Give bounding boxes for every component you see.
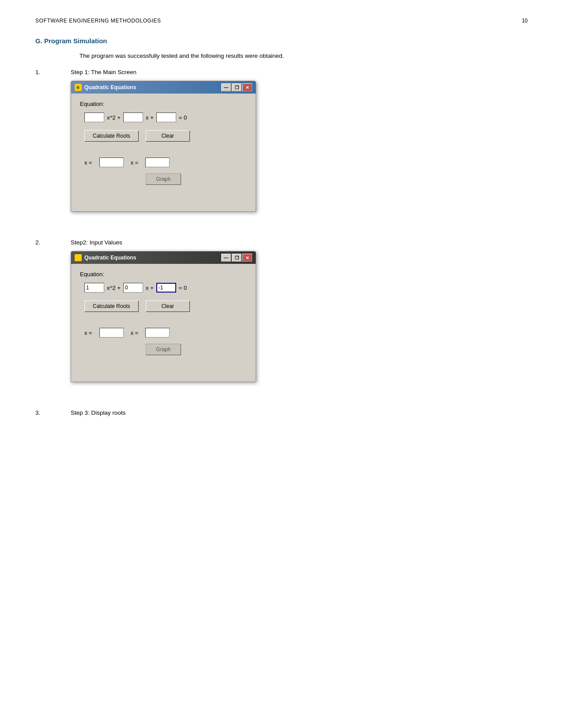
restore-button-2[interactable]: ❐	[232, 254, 242, 262]
step-1-content: Step 1: The Main Screen ⊞ Quadratic Equa…	[71, 69, 256, 229]
restore-button[interactable]: ❐	[232, 83, 242, 91]
dialog-step2: Quadratic Equations — ❐ ✕ Equation: x^2 …	[71, 251, 256, 382]
header-page-number: 10	[522, 18, 528, 24]
step-1-label: Step 1: The Main Screen	[71, 69, 256, 75]
x1-label-2: x =	[84, 330, 92, 336]
intro-text: The program was successfully tested and …	[79, 53, 528, 59]
step-3-number: 3.	[35, 409, 71, 416]
xplus-text-2: x +	[146, 285, 154, 291]
xplus-text-1: x +	[146, 114, 154, 121]
equation-label-1: Equation:	[80, 101, 247, 107]
dialog-step1: ⊞ Quadratic Equations — ❐ ✕ Equation: x^…	[71, 81, 256, 212]
result-row-1: x = x =	[84, 158, 247, 167]
dialog2-title: Quadratic Equations	[84, 255, 136, 261]
bottom-spacer-1	[80, 189, 247, 203]
graph-button-2[interactable]: Graph	[146, 344, 181, 355]
step-3-item: 3. Step 3: Display roots	[35, 409, 528, 421]
graph-btn-row-2: Graph	[80, 344, 247, 355]
titlebar-buttons-2: — ❐ ✕	[221, 254, 252, 262]
equals-text-2: = 0	[179, 285, 187, 291]
x1-label-1: x =	[84, 159, 92, 166]
equation-row-2: x^2 + x + = 0	[84, 283, 247, 293]
calculate-roots-button-2[interactable]: Calculate Roots	[84, 300, 139, 312]
graph-button-1[interactable]: Graph	[146, 173, 181, 185]
title-icon: ⊞	[75, 84, 82, 91]
x1-result-1[interactable]	[99, 158, 124, 167]
xsquared-text-2: x^2 +	[107, 285, 121, 291]
minimize-button-2[interactable]: —	[221, 254, 231, 262]
equals-text-1: = 0	[179, 114, 187, 121]
bottom-spacer-2	[80, 360, 247, 373]
x2-result-1[interactable]	[145, 158, 170, 167]
titlebar-left: ⊞ Quadratic Equations	[75, 84, 136, 91]
xsquared-text-1: x^2 +	[107, 114, 121, 121]
titlebar-step2: Quadratic Equations — ❐ ✕	[71, 251, 256, 264]
step-2-item: 2. Step2: Input Values Quadratic Equatio…	[35, 239, 528, 400]
titlebar-buttons: — ❐ ✕	[221, 83, 252, 91]
coeff-b-input-2[interactable]	[123, 283, 143, 293]
coeff-c-input-2[interactable]	[156, 283, 176, 293]
clear-button-2[interactable]: Clear	[146, 300, 190, 312]
equation-label-2: Equation:	[80, 271, 247, 278]
step-3-content: Step 3: Display roots	[71, 409, 126, 421]
step-2-content: Step2: Input Values Quadratic Equations …	[71, 239, 256, 400]
equation-row-1: x^2 + x + = 0	[84, 113, 247, 122]
dialog2-body: Equation: x^2 + x + = 0 Calculate Roots …	[71, 264, 256, 382]
dialog1-title: Quadratic Equations	[84, 84, 136, 90]
x2-label-1: x =	[131, 159, 139, 166]
titlebar-step1: ⊞ Quadratic Equations — ❐ ✕	[71, 81, 256, 94]
page-header: SOFTWARE ENGINEERING METHODOLOGIES 10	[35, 18, 528, 24]
x1-result-2[interactable]	[99, 328, 124, 338]
coeff-b-input-1[interactable]	[123, 113, 143, 122]
clear-button-1[interactable]: Clear	[146, 130, 190, 142]
step-2-label: Step2: Input Values	[71, 239, 256, 246]
step-2-number: 2.	[35, 239, 71, 246]
section-heading: G. Program Simulation	[35, 37, 528, 45]
spacer-1	[80, 149, 247, 158]
titlebar-left-2: Quadratic Equations	[75, 254, 136, 261]
step-1-item: 1. Step 1: The Main Screen ⊞ Quadratic E…	[35, 69, 528, 229]
step-1-number: 1.	[35, 69, 71, 75]
spacer-2	[80, 319, 247, 328]
header-title: SOFTWARE ENGINEERING METHODOLOGIES	[35, 18, 161, 24]
step-3-label: Step 3: Display roots	[71, 409, 126, 416]
dialog1-body: Equation: x^2 + x + = 0 Calculate Roots …	[71, 94, 256, 211]
x2-result-2[interactable]	[145, 328, 170, 338]
close-button[interactable]: ✕	[242, 83, 252, 91]
coeff-c-input-1[interactable]	[156, 113, 176, 122]
svg-rect-2	[76, 255, 81, 260]
result-row-2: x = x =	[84, 328, 247, 338]
coeff-a-input-2[interactable]	[84, 283, 104, 293]
close-button-2[interactable]: ✕	[242, 254, 252, 262]
x2-label-2: x =	[131, 330, 139, 336]
calculate-roots-button-1[interactable]: Calculate Roots	[84, 130, 139, 142]
button-row-2: Calculate Roots Clear	[84, 300, 247, 312]
minimize-button[interactable]: —	[221, 83, 231, 91]
button-row-1: Calculate Roots Clear	[84, 130, 247, 142]
coeff-a-input-1[interactable]	[84, 113, 104, 122]
svg-text:⊞: ⊞	[76, 86, 79, 90]
graph-btn-row-1: Graph	[80, 173, 247, 185]
title-icon-2	[75, 254, 82, 261]
